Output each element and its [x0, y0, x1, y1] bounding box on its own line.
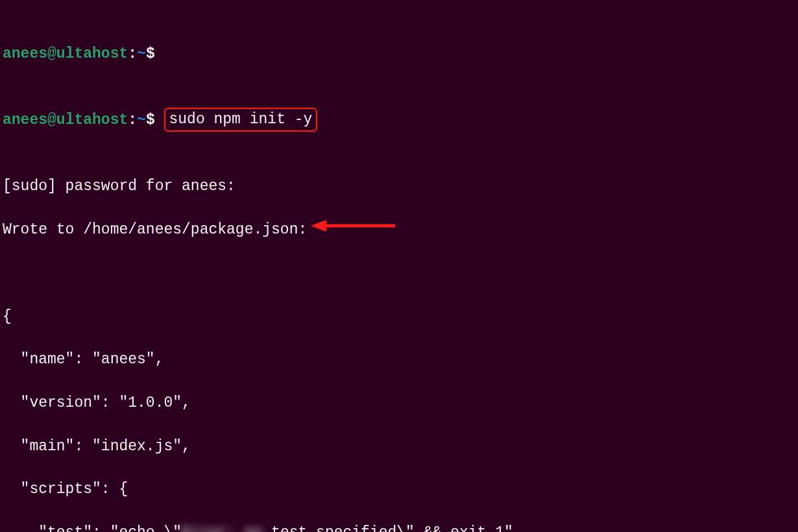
- output-blank: [3, 263, 795, 284]
- prompt-colon: :: [128, 45, 137, 62]
- prompt-user: anees: [3, 45, 47, 62]
- output-test-a: "test": "echo \": [3, 524, 182, 532]
- prompt-path: ~: [137, 112, 146, 128]
- output-wrote-text: Wrote to /home/anees/package.json:: [3, 221, 307, 238]
- prompt-at: @: [47, 112, 56, 128]
- prompt-host: ultahost: [56, 45, 128, 62]
- svg-marker-1: [311, 220, 326, 232]
- prompt-dollar: $: [146, 45, 155, 62]
- output-name: "name": "anees",: [3, 349, 795, 370]
- prompt-user: anees: [3, 112, 47, 128]
- output-wrote-line: Wrote to /home/anees/package.json:: [3, 219, 795, 241]
- output-json-open: {: [3, 306, 795, 328]
- arrow-icon: [311, 219, 395, 240]
- output-main: "main": "index.js",: [3, 436, 795, 457]
- command-text: sudo npm init -y: [169, 111, 313, 128]
- prompt-at: @: [47, 45, 56, 62]
- output-test-b: test specified\" && exit 1": [262, 524, 513, 532]
- output-test-blur: Error: no: [182, 522, 262, 532]
- highlight-box: sudo npm init -y: [164, 108, 318, 132]
- output-version: "version": "1.0.0",: [3, 393, 795, 414]
- prompt-line-empty: anees@ultahost:~$: [3, 43, 795, 65]
- prompt-path: ~: [137, 45, 146, 62]
- terminal[interactable]: anees@ultahost:~$ anees@ultahost:~$ sudo…: [0, 0, 798, 532]
- output-test: "test": "echo \"Error: no test specified…: [3, 522, 795, 532]
- output-sudo-password: [sudo] password for anees:: [3, 176, 795, 197]
- prompt-dollar: $: [146, 112, 155, 128]
- prompt-line-cmd: anees@ultahost:~$ sudo npm init -y: [3, 108, 795, 132]
- prompt-colon: :: [128, 112, 137, 128]
- output-scripts: "scripts": {: [3, 479, 795, 500]
- prompt-host: ultahost: [56, 112, 128, 128]
